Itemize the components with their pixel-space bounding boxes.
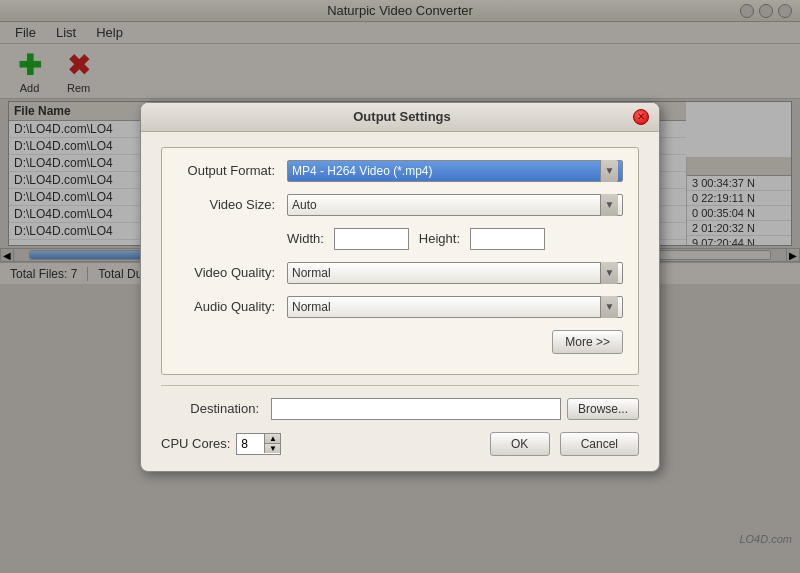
destination-control: Browse... bbox=[271, 398, 639, 420]
modal-overlay: Output Settings ✕ Output Format: MP4 - H… bbox=[0, 0, 800, 573]
cpu-down-btn[interactable]: ▼ bbox=[265, 444, 280, 453]
output-format-value: MP4 - H264 Video (*.mp4) bbox=[292, 164, 433, 178]
dialog-title: Output Settings bbox=[171, 109, 633, 124]
cpu-spinner[interactable]: 8 ▲ ▼ bbox=[236, 433, 281, 455]
dimensions-control: Width: Height: bbox=[287, 228, 623, 250]
cpu-ok-row: CPU Cores: 8 ▲ ▼ OK Cancel bbox=[161, 432, 639, 456]
width-label: Width: bbox=[287, 231, 324, 246]
output-format-arrow[interactable]: ▼ bbox=[600, 160, 618, 182]
settings-section: Output Format: MP4 - H264 Video (*.mp4) … bbox=[161, 147, 639, 375]
video-quality-label: Video Quality: bbox=[177, 265, 287, 280]
video-quality-select[interactable]: Normal ▼ bbox=[287, 262, 623, 284]
dialog-title-bar: Output Settings ✕ bbox=[141, 103, 659, 132]
ok-cancel-buttons: OK Cancel bbox=[490, 432, 639, 456]
destination-label: Destination: bbox=[161, 401, 271, 416]
output-format-control: MP4 - H264 Video (*.mp4) ▼ bbox=[287, 160, 623, 182]
video-size-select[interactable]: Auto ▼ bbox=[287, 194, 623, 216]
video-quality-row: Video Quality: Normal ▼ bbox=[177, 262, 623, 284]
more-button-row: More >> bbox=[177, 330, 623, 354]
destination-input[interactable] bbox=[271, 398, 561, 420]
dialog-close-button[interactable]: ✕ bbox=[633, 109, 649, 125]
audio-quality-arrow[interactable]: ▼ bbox=[600, 296, 618, 318]
more-button[interactable]: More >> bbox=[552, 330, 623, 354]
dialog-body: Output Format: MP4 - H264 Video (*.mp4) … bbox=[141, 132, 659, 471]
cpu-up-btn[interactable]: ▲ bbox=[265, 434, 280, 444]
audio-quality-row: Audio Quality: Normal ▼ bbox=[177, 296, 623, 318]
output-settings-dialog: Output Settings ✕ Output Format: MP4 - H… bbox=[140, 102, 660, 472]
video-quality-arrow[interactable]: ▼ bbox=[600, 262, 618, 284]
cpu-cores-label: CPU Cores: bbox=[161, 436, 230, 451]
ok-button[interactable]: OK bbox=[490, 432, 550, 456]
audio-quality-label: Audio Quality: bbox=[177, 299, 287, 314]
video-quality-value: Normal bbox=[292, 266, 331, 280]
audio-quality-value: Normal bbox=[292, 300, 331, 314]
output-format-label: Output Format: bbox=[177, 163, 287, 178]
cpu-value: 8 bbox=[237, 435, 264, 453]
browse-button[interactable]: Browse... bbox=[567, 398, 639, 420]
video-size-arrow[interactable]: ▼ bbox=[600, 194, 618, 216]
video-size-control: Auto ▼ bbox=[287, 194, 623, 216]
video-quality-control: Normal ▼ bbox=[287, 262, 623, 284]
height-label: Height: bbox=[419, 231, 460, 246]
cpu-arrows: ▲ ▼ bbox=[264, 434, 280, 453]
destination-section: Destination: Browse... CPU Cores: 8 ▲ bbox=[161, 385, 639, 456]
output-format-select[interactable]: MP4 - H264 Video (*.mp4) ▼ bbox=[287, 160, 623, 182]
cpu-cores-section: CPU Cores: 8 ▲ ▼ bbox=[161, 433, 281, 455]
video-size-value: Auto bbox=[292, 198, 317, 212]
video-size-label: Video Size: bbox=[177, 197, 287, 212]
video-size-row: Video Size: Auto ▼ bbox=[177, 194, 623, 216]
dimensions-row: Width: Height: bbox=[177, 228, 623, 250]
audio-quality-control: Normal ▼ bbox=[287, 296, 623, 318]
cancel-button[interactable]: Cancel bbox=[560, 432, 639, 456]
width-input[interactable] bbox=[334, 228, 409, 250]
height-input[interactable] bbox=[470, 228, 545, 250]
audio-quality-select[interactable]: Normal ▼ bbox=[287, 296, 623, 318]
output-format-row: Output Format: MP4 - H264 Video (*.mp4) … bbox=[177, 160, 623, 182]
destination-row: Destination: Browse... bbox=[161, 398, 639, 420]
